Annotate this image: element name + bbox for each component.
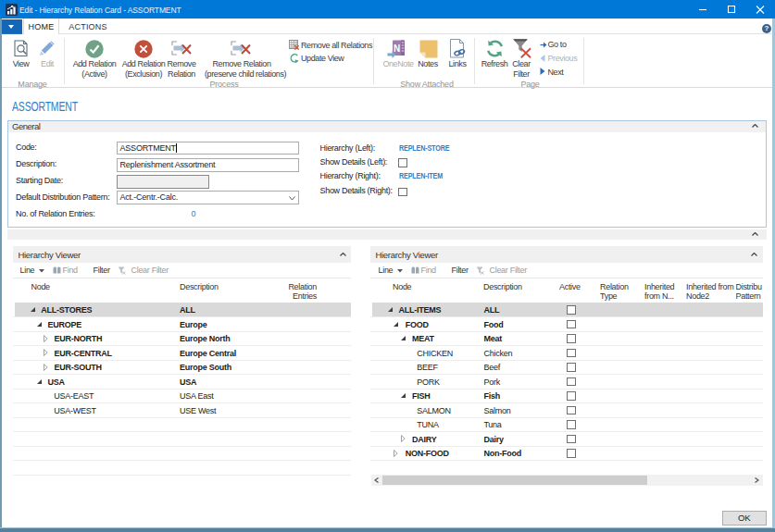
svg-text:N: N (394, 43, 400, 53)
